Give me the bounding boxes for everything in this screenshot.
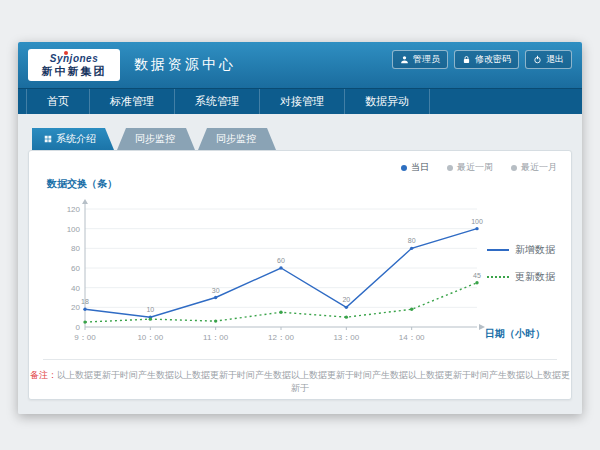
- legend-new-data-label: 新增数据: [515, 243, 555, 257]
- company-name: 新中新集团: [42, 66, 107, 77]
- main-nav: 首页 标准管理 系统管理 对接管理 数据异动: [18, 88, 582, 114]
- lock-icon: [462, 55, 471, 64]
- page-title: 数据资源中心: [134, 56, 236, 74]
- svg-text:12：00: 12：00: [268, 333, 294, 342]
- svg-text:40: 40: [71, 284, 80, 293]
- svg-text:100: 100: [67, 225, 81, 234]
- logout-label: 退出: [546, 53, 564, 66]
- user-icon: [400, 55, 409, 64]
- y-axis-label: 数据交换（条）: [47, 177, 117, 191]
- svg-text:60: 60: [277, 257, 285, 264]
- tab-system-intro[interactable]: 系统介绍: [32, 128, 114, 150]
- filter-last-week[interactable]: 最近一周: [447, 161, 493, 174]
- filter-today-dot-icon: [401, 165, 407, 171]
- svg-text:9：00: 9：00: [74, 333, 96, 342]
- svg-text:11：00: 11：00: [203, 333, 229, 342]
- svg-text:10: 10: [146, 306, 154, 313]
- brand-name: Synjones: [50, 54, 98, 64]
- svg-text:60: 60: [71, 264, 80, 273]
- svg-text:10：00: 10：00: [137, 333, 163, 342]
- legend-update-data[interactable]: 更新数据: [487, 270, 555, 284]
- svg-text:13：00: 13：00: [333, 333, 359, 342]
- legend-update-data-label: 更新数据: [515, 270, 555, 284]
- nav-item-standard-mgmt[interactable]: 标准管理: [90, 89, 175, 114]
- svg-text:120: 120: [67, 205, 81, 214]
- chart-panel: 当日 最近一周 最近一月 数据交换（条） 0204060801001209：00…: [28, 150, 572, 400]
- tab-system-intro-label: 系统介绍: [56, 132, 96, 146]
- panel-divider: [43, 359, 557, 360]
- footnote: 备注：以上数据更新于时间产生数据以上数据更新于时间产生数据以上数据更新于时间产生…: [29, 369, 571, 395]
- filter-today-label: 当日: [411, 161, 429, 174]
- filter-month-dot-icon: [511, 165, 517, 171]
- svg-text:18: 18: [81, 298, 89, 305]
- time-filter-legend: 当日 最近一周 最近一月: [401, 161, 557, 174]
- line-chart: 0204060801001209：0010：0011：0012：0013：001…: [45, 195, 489, 351]
- header-actions: 管理员 修改密码 退出: [392, 50, 572, 69]
- svg-text:100: 100: [471, 218, 483, 225]
- brand-text: Synjones: [50, 53, 98, 64]
- svg-text:80: 80: [408, 237, 416, 244]
- nav-item-data-change[interactable]: 数据异动: [345, 89, 430, 114]
- legend-new-data-line-icon: [487, 249, 509, 251]
- filter-month-label: 最近一月: [521, 161, 557, 174]
- svg-text:80: 80: [71, 244, 80, 253]
- svg-text:20: 20: [71, 303, 80, 312]
- footnote-text: 以上数据更新于时间产生数据以上数据更新于时间产生数据以上数据更新于时间产生数据以…: [57, 370, 570, 393]
- change-password-label: 修改密码: [475, 53, 511, 66]
- admin-button[interactable]: 管理员: [392, 50, 448, 69]
- filter-today[interactable]: 当日: [401, 161, 429, 174]
- nav-item-home[interactable]: 首页: [26, 89, 90, 114]
- tab-sync-monitor-1[interactable]: 同步监控: [117, 128, 195, 150]
- legend-new-data[interactable]: 新增数据: [487, 243, 555, 257]
- svg-text:20: 20: [342, 296, 350, 303]
- tab-sync-monitor-1-label: 同步监控: [135, 132, 175, 146]
- tab-sync-monitor-2[interactable]: 同步监控: [198, 128, 276, 150]
- brand-logo: Synjones 新中新集团: [28, 49, 120, 81]
- power-icon: [533, 55, 542, 64]
- svg-text:0: 0: [76, 323, 81, 332]
- nav-item-system-mgmt[interactable]: 系统管理: [175, 89, 260, 114]
- logout-button[interactable]: 退出: [525, 50, 572, 69]
- svg-text:30: 30: [212, 287, 220, 294]
- tab-bar: 系统介绍 同步监控 同步监控: [32, 128, 572, 150]
- tab-sync-monitor-2-label: 同步监控: [216, 132, 256, 146]
- change-password-button[interactable]: 修改密码: [454, 50, 519, 69]
- filter-week-dot-icon: [447, 165, 453, 171]
- filter-week-label: 最近一周: [457, 161, 493, 174]
- admin-button-label: 管理员: [413, 53, 440, 66]
- content-area: 系统介绍 同步监控 同步监控 当日 最近一周: [18, 114, 582, 414]
- app-window: Synjones 新中新集团 数据资源中心 管理员 修改密码: [18, 42, 582, 414]
- app-header: Synjones 新中新集团 数据资源中心 管理员 修改密码: [18, 42, 582, 88]
- x-axis-label: 日期（小时）: [485, 327, 545, 341]
- nav-item-connect-mgmt[interactable]: 对接管理: [260, 89, 345, 114]
- svg-text:45: 45: [473, 272, 481, 279]
- legend-update-data-line-icon: [487, 276, 509, 278]
- footnote-prefix: 备注：: [30, 370, 57, 380]
- svg-text:14：00: 14：00: [399, 333, 425, 342]
- brand-dot-icon: [64, 51, 68, 55]
- series-legend: 新增数据 更新数据: [487, 243, 555, 284]
- filter-last-month[interactable]: 最近一月: [511, 161, 557, 174]
- grid-icon: [44, 134, 52, 145]
